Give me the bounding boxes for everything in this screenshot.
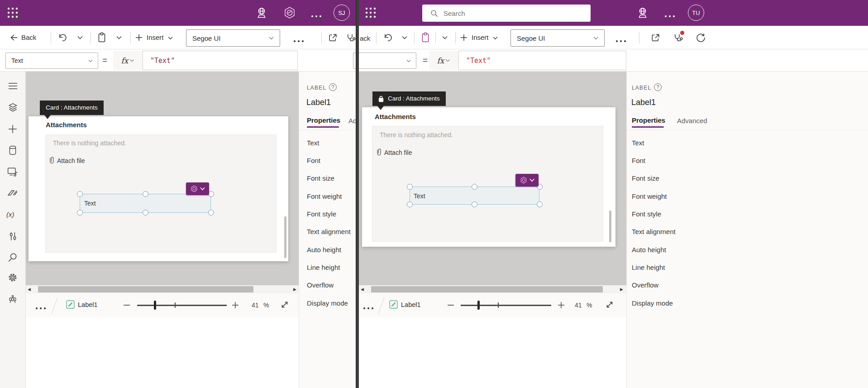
agent-icon[interactable]	[7, 294, 18, 304]
scroll-left-arrow[interactable]: ◀	[361, 285, 364, 293]
property-row-line-height[interactable]: Line height	[307, 263, 340, 271]
zoom-out-button[interactable]	[447, 304, 454, 306]
controls-icon[interactable]	[8, 231, 17, 241]
toolbar-more-icon[interactable]	[615, 37, 627, 45]
control-actions-button[interactable]	[186, 182, 209, 195]
property-selector-clipped[interactable]	[353, 53, 416, 69]
selection-handle[interactable]	[472, 184, 477, 190]
help-icon[interactable]: ?	[329, 83, 337, 91]
property-row-line-height[interactable]: Line height	[632, 263, 665, 271]
account-avatar[interactable]: SJ	[334, 5, 350, 21]
paste-dropdown-chevron-icon[interactable]	[116, 35, 122, 40]
property-selector[interactable]: Text	[5, 53, 98, 69]
fit-to-window-icon[interactable]	[280, 300, 290, 310]
property-row-font[interactable]: Font	[307, 157, 320, 164]
settings-gear-icon[interactable]	[8, 273, 18, 283]
card-scrollbar[interactable]	[284, 216, 286, 258]
control-actions-button[interactable]	[515, 174, 539, 187]
zoom-slider-track[interactable]	[137, 305, 227, 306]
refresh-button[interactable]	[696, 33, 706, 43]
formula-expression[interactable]: "Text"	[466, 57, 491, 65]
share-button[interactable]	[328, 33, 338, 43]
font-family-dropdown[interactable]: Segoe UI	[186, 29, 280, 47]
property-row-display-mode[interactable]: Display mode	[307, 299, 348, 307]
paste-button[interactable]	[420, 32, 430, 43]
property-row-font[interactable]: Font	[632, 157, 645, 164]
power-apps-logo-icon[interactable]	[283, 6, 296, 19]
environment-icon[interactable]	[255, 6, 268, 19]
zoom-slider-thumb[interactable]	[154, 301, 156, 310]
header-more-icon[interactable]	[663, 12, 676, 20]
undo-button[interactable]	[382, 33, 392, 43]
tab-advanced[interactable]: Advanced	[677, 117, 707, 125]
attach-file-link[interactable]: Attach file	[384, 149, 412, 156]
tree-view-icon[interactable]	[8, 82, 18, 90]
card-scrollbar[interactable]	[609, 211, 611, 242]
property-row-font-style[interactable]: Font style	[307, 210, 336, 218]
hscroll-thumb[interactable]	[371, 286, 603, 292]
fit-to-window-icon[interactable]	[605, 300, 615, 310]
property-row-display-mode[interactable]: Display mode	[632, 299, 673, 307]
selection-handle[interactable]	[407, 184, 413, 190]
help-icon[interactable]: ?	[654, 83, 662, 91]
waffle-menu-icon[interactable]	[7, 7, 19, 19]
selection-handle[interactable]	[143, 210, 148, 216]
environment-icon[interactable]	[636, 6, 649, 19]
account-avatar[interactable]: TU	[688, 5, 704, 21]
selection-handle[interactable]	[143, 191, 148, 197]
insert-button[interactable]: Insert	[135, 33, 173, 42]
selected-control-name[interactable]: Label1	[401, 301, 421, 308]
paste-dropdown-chevron-icon[interactable]	[442, 35, 448, 40]
status-more-icon[interactable]	[362, 304, 374, 312]
fx-dropdown[interactable]: fx	[113, 51, 143, 70]
hscroll-thumb[interactable]	[38, 286, 253, 292]
attachments-area[interactable]	[372, 126, 603, 242]
property-row-font-size[interactable]: Font size	[632, 174, 659, 182]
selection-handle[interactable]	[407, 201, 413, 207]
font-family-dropdown[interactable]: Segoe UI	[510, 29, 605, 47]
property-row-font-size[interactable]: Font size	[307, 174, 334, 182]
screens-icon[interactable]	[8, 103, 18, 112]
power-automate-icon[interactable]	[7, 189, 18, 198]
waffle-menu-icon[interactable]	[365, 7, 377, 19]
property-row-font-weight[interactable]: Font weight	[307, 192, 342, 200]
zoom-in-button[interactable]	[558, 302, 565, 309]
selection-handle[interactable]	[537, 201, 543, 207]
insert-button[interactable]: Insert	[460, 33, 498, 42]
fx-dropdown[interactable]: fx	[429, 51, 459, 70]
data-icon[interactable]	[8, 145, 17, 155]
header-more-icon[interactable]	[310, 12, 322, 20]
formula-expression[interactable]: "Text"	[150, 57, 175, 65]
tab-properties[interactable]: Properties	[632, 116, 665, 124]
zoom-out-button[interactable]	[123, 304, 130, 306]
property-row-font-style[interactable]: Font style	[632, 210, 661, 218]
app-checker-button[interactable]	[346, 33, 356, 43]
zoom-in-button[interactable]	[232, 302, 239, 309]
attach-file-link[interactable]: Attach file	[57, 157, 85, 164]
undo-dropdown-chevron-icon[interactable]	[401, 35, 408, 40]
search-input[interactable]	[443, 9, 591, 18]
property-row-auto-height[interactable]: Auto height	[307, 246, 341, 254]
property-row-overflow[interactable]: Overflow	[307, 281, 334, 289]
toolbar-more-icon[interactable]	[292, 37, 305, 45]
media-icon[interactable]	[7, 167, 18, 177]
share-button[interactable]	[650, 33, 661, 43]
undo-button[interactable]	[57, 33, 67, 43]
zoom-slider-thumb[interactable]	[477, 301, 480, 310]
status-more-icon[interactable]	[34, 304, 47, 312]
property-row-text[interactable]: Text	[307, 139, 320, 147]
property-row-font-weight[interactable]: Font weight	[632, 192, 667, 200]
scroll-right-arrow[interactable]: ▶	[293, 285, 296, 293]
zoom-slider-track[interactable]	[461, 305, 551, 306]
selection-handle[interactable]	[208, 210, 214, 216]
paste-button[interactable]	[97, 32, 107, 43]
back-button-clipped[interactable]: ack	[360, 34, 370, 43]
insert-rail-icon[interactable]	[8, 125, 17, 134]
selection-handle[interactable]	[77, 210, 83, 216]
tab-properties[interactable]: Properties	[307, 116, 340, 124]
back-button[interactable]: Back	[9, 33, 36, 42]
property-row-text-alignment[interactable]: Text alignment	[307, 228, 351, 235]
property-row-overflow[interactable]: Overflow	[632, 281, 658, 289]
global-search[interactable]	[422, 5, 591, 22]
selection-handle[interactable]	[472, 201, 477, 207]
